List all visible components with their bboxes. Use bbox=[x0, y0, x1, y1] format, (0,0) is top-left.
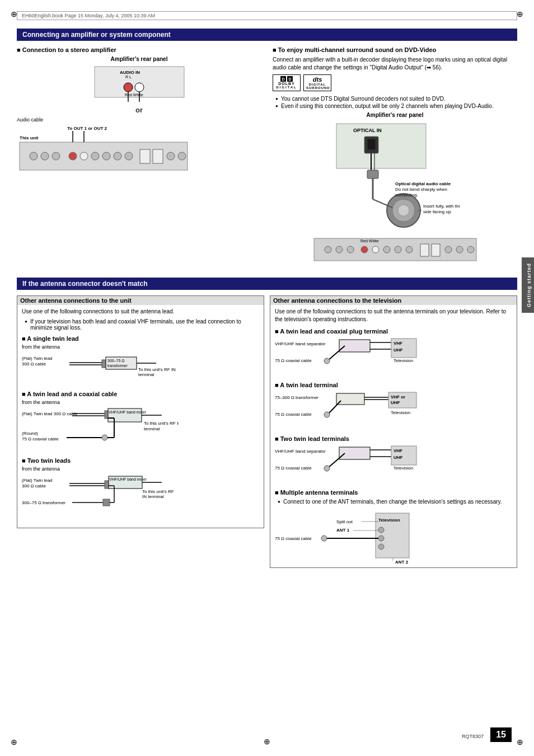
corner-mark-tr: ⊕ bbox=[514, 8, 526, 20]
svg-point-49 bbox=[372, 246, 379, 253]
svg-text:VHF/UHF band mixer: VHF/UHF band mixer bbox=[109, 477, 147, 481]
getting-started-tab: Getting started bbox=[522, 257, 534, 313]
svg-text:transformer: transformer bbox=[107, 364, 128, 368]
amp-section: Connecting an amplifier or system compon… bbox=[17, 29, 517, 266]
dvd-bullet2: Even if using this connection, output wi… bbox=[275, 103, 517, 109]
dts-text: dts bbox=[306, 76, 329, 83]
svg-rect-98 bbox=[103, 499, 110, 506]
svg-text:side facing up.: side facing up. bbox=[423, 209, 452, 214]
audio-cable-label: Audio cable bbox=[17, 117, 261, 123]
svg-text:VHF/UHF band separator: VHF/UHF band separator bbox=[275, 449, 326, 454]
file-info-text: EH60English.book Page 15 Monday, July 4,… bbox=[22, 13, 155, 18]
svg-text:Insert fully, with this: Insert fully, with this bbox=[423, 204, 460, 209]
antenna-right-desc: Use one of the following connections to … bbox=[275, 308, 512, 323]
sub2-title: A twin lead and a coaxial cable bbox=[22, 391, 259, 397]
sub1-from: from the antenna bbox=[22, 344, 259, 350]
svg-point-20 bbox=[167, 152, 175, 160]
svg-point-139 bbox=[378, 544, 384, 550]
page-number: 15 bbox=[490, 727, 512, 742]
svg-rect-53 bbox=[420, 244, 429, 256]
svg-line-111 bbox=[328, 346, 345, 360]
svg-text:To this unit's RF IN: To this unit's RF IN bbox=[138, 367, 176, 372]
svg-text:VHF: VHF bbox=[394, 341, 402, 346]
svg-text:(Round): (Round) bbox=[22, 431, 38, 436]
svg-text:UHF: UHF bbox=[394, 348, 403, 353]
corner-mark-br: ⊕ bbox=[514, 736, 526, 748]
svg-text:VHF/UHF band mixer: VHF/UHF band mixer bbox=[109, 410, 147, 414]
amp-stereo-title: Connection to a stereo amplifier bbox=[17, 46, 261, 53]
amp-left-col: Connection to a stereo amplifier Amplifi… bbox=[17, 46, 261, 266]
amp-rear-label-left: Amplifier's rear panel bbox=[17, 56, 261, 62]
svg-rect-103 bbox=[339, 340, 370, 352]
svg-text:VHF/UHF band separator: VHF/UHF band separator bbox=[275, 341, 326, 346]
digital-text: DIGITAL bbox=[276, 86, 297, 89]
svg-text:terminal: terminal bbox=[138, 372, 154, 377]
svg-point-52 bbox=[406, 246, 413, 253]
svg-point-56 bbox=[456, 246, 463, 253]
dolby-square: D bbox=[280, 76, 286, 82]
svg-point-10 bbox=[41, 152, 49, 160]
svg-text:300–75 Ω transformer: 300–75 Ω transformer bbox=[22, 500, 65, 505]
sub3-title: Two twin leads bbox=[22, 457, 259, 464]
svg-text:IN terminal: IN terminal bbox=[142, 494, 164, 499]
svg-text:R    L: R L bbox=[125, 75, 132, 79]
svg-point-13 bbox=[80, 152, 88, 160]
svg-text:Television: Television bbox=[394, 358, 413, 363]
antenna-left-box: Other antenna connections to the unit Us… bbox=[17, 295, 264, 528]
svg-text:300 Ω cable: 300 Ω cable bbox=[22, 361, 46, 367]
sub1-title: A single twin lead bbox=[22, 335, 259, 342]
rsub4-bullet: Connect to one of the ANT terminals, the… bbox=[278, 499, 512, 505]
svg-point-146 bbox=[321, 536, 327, 541]
amp-right-col: To enjoy multi-channel surround sound on… bbox=[273, 46, 517, 266]
sub2-from: from the antenna bbox=[22, 400, 259, 405]
svg-text:75–300 Ω transformer: 75–300 Ω transformer bbox=[275, 395, 318, 400]
svg-text:75 Ω coaxial cable: 75 Ω coaxial cable bbox=[275, 412, 312, 417]
antenna-left-col: Other antenna connections to the unit Us… bbox=[17, 295, 264, 572]
svg-text:Television: Television bbox=[391, 410, 410, 415]
dts-logo: dts DIGITAL SURROUND bbox=[303, 74, 331, 91]
svg-point-138 bbox=[378, 536, 384, 541]
svg-line-133 bbox=[328, 453, 345, 468]
amp-rear-svg: AUDIO IN R L Red White bbox=[83, 64, 195, 103]
svg-point-12 bbox=[69, 152, 77, 160]
svg-point-45 bbox=[325, 246, 331, 253]
svg-text:Television: Television bbox=[394, 466, 413, 471]
svg-text:Split out: Split out bbox=[336, 519, 353, 524]
svg-text:ANT 1: ANT 1 bbox=[336, 528, 350, 533]
dvd-desc: Connect an amplifier with a built-in dec… bbox=[273, 56, 517, 72]
rsub3-title: Two twin lead terminals bbox=[275, 435, 512, 442]
tv-coaxial-plug-svg: VHF/UHF band separator VHF UHF Televisio… bbox=[275, 337, 432, 376]
single-twin-svg: (Flat) Twin lead 300 Ω cable 300–75 Ω tr… bbox=[22, 351, 179, 385]
dolby-logo: D D DOLBY DIGITAL bbox=[273, 74, 301, 91]
svg-text:Optical digital audio cable: Optical digital audio cable bbox=[395, 181, 451, 186]
twin-lead-terminal-svg: 75–300 Ω transformer VHF or UHF Televisi… bbox=[275, 391, 432, 430]
logos-area: D D DOLBY DIGITAL dts DIGITAL SURROUND bbox=[273, 74, 517, 91]
svg-point-14 bbox=[91, 152, 99, 160]
svg-text:connecting.: connecting. bbox=[395, 192, 418, 198]
svg-point-15 bbox=[102, 152, 110, 160]
amp-section-header: Connecting an amplifier or system compon… bbox=[17, 29, 517, 41]
dolby-square2: D bbox=[287, 76, 293, 82]
svg-point-48 bbox=[361, 246, 368, 253]
rsub2-title: A twin lead terminal bbox=[275, 382, 512, 388]
svg-text:VHF: VHF bbox=[394, 448, 402, 453]
svg-text:(Flat) Twin lead 300 Ω cable: (Flat) Twin lead 300 Ω cable bbox=[22, 411, 78, 416]
svg-line-148 bbox=[392, 558, 394, 561]
dvd-title: To enjoy multi-channel surround sound on… bbox=[273, 46, 517, 53]
amp-stereo-diagram: Amplifier's rear panel AUDIO IN R L Red … bbox=[17, 56, 261, 213]
corner-mark-bl: ⊕ bbox=[8, 736, 20, 748]
svg-text:75 Ω coaxial cable: 75 Ω coaxial cable bbox=[275, 358, 312, 363]
rsub4-bullets: Connect to one of the ANT terminals, the… bbox=[275, 499, 512, 505]
svg-rect-32 bbox=[367, 170, 378, 179]
svg-point-55 bbox=[445, 246, 452, 253]
svg-rect-29 bbox=[367, 139, 376, 150]
svg-text:To this unit's RF IN: To this unit's RF IN bbox=[144, 421, 179, 426]
svg-point-9 bbox=[30, 152, 38, 160]
antenna-left-bullet1: If your television has both lead and coa… bbox=[25, 318, 259, 331]
svg-text:Red  White: Red White bbox=[125, 93, 143, 97]
surround-text: SURROUND bbox=[306, 86, 329, 90]
bottom-center-mark: ⊕ bbox=[264, 737, 270, 746]
svg-point-134 bbox=[324, 466, 330, 471]
svg-text:75 Ω coaxial cable: 75 Ω coaxial cable bbox=[275, 536, 312, 541]
svg-text:VHF or: VHF or bbox=[391, 395, 405, 400]
